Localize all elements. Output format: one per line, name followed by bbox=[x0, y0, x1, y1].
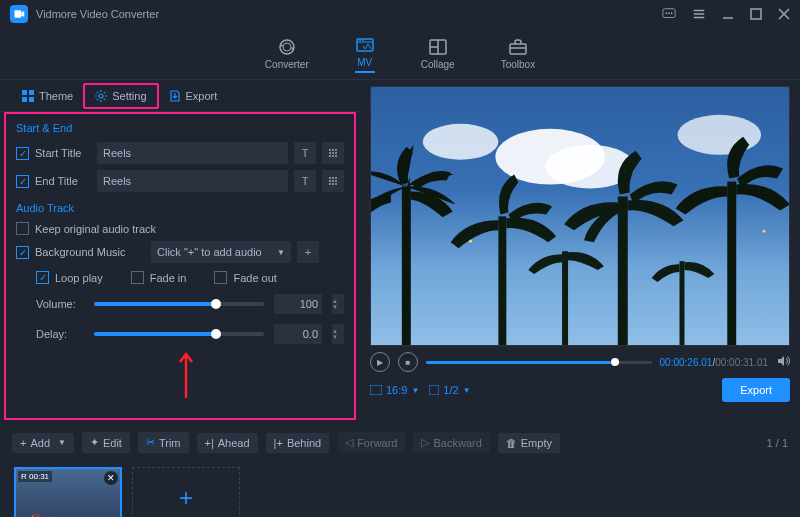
page-nav[interactable]: 1/2▼ bbox=[429, 384, 470, 396]
settings-tabs: Theme Setting Export bbox=[0, 80, 360, 112]
svg-rect-13 bbox=[29, 90, 34, 95]
volume-value[interactable]: 100 bbox=[274, 294, 322, 314]
svg-point-2 bbox=[666, 12, 668, 14]
volume-icon[interactable] bbox=[776, 354, 790, 370]
start-title-grid-button[interactable] bbox=[322, 142, 344, 164]
svg-point-31 bbox=[335, 180, 337, 182]
menu-icon[interactable] bbox=[692, 7, 706, 21]
clip-duration: R 00:31 bbox=[18, 471, 52, 482]
keep-original-checkbox[interactable] bbox=[16, 222, 29, 235]
start-title-checkbox[interactable] bbox=[16, 147, 29, 160]
end-title-checkbox[interactable] bbox=[16, 175, 29, 188]
svg-point-9 bbox=[362, 39, 364, 41]
tab-setting[interactable]: Setting bbox=[83, 83, 158, 109]
titlebar: Vidmore Video Converter bbox=[0, 0, 800, 28]
svg-rect-44 bbox=[680, 261, 685, 346]
svg-point-34 bbox=[335, 183, 337, 185]
behind-button[interactable]: |+Behind bbox=[266, 433, 330, 453]
svg-point-17 bbox=[329, 149, 331, 151]
volume-slider[interactable] bbox=[94, 302, 264, 306]
app-title: Vidmore Video Converter bbox=[36, 8, 662, 20]
topnav: Converter MV Collage Toolbox bbox=[0, 28, 800, 80]
svg-point-26 bbox=[329, 177, 331, 179]
delay-value[interactable]: 0.0 bbox=[274, 324, 322, 344]
svg-point-32 bbox=[329, 183, 331, 185]
aspect-ratio-toggle[interactable]: 16:9▼ bbox=[370, 384, 419, 396]
svg-point-46 bbox=[763, 230, 766, 233]
svg-point-4 bbox=[671, 12, 673, 14]
svg-rect-11 bbox=[510, 44, 526, 54]
feedback-icon[interactable] bbox=[662, 7, 676, 21]
fadeout-checkbox[interactable] bbox=[214, 271, 227, 284]
volume-spinner[interactable]: ▲▼ bbox=[332, 294, 344, 314]
bg-music-label: Background Music bbox=[35, 246, 145, 258]
svg-point-37 bbox=[423, 124, 499, 160]
topnav-converter[interactable]: Converter bbox=[265, 38, 309, 70]
clip-thumbnail[interactable]: R 00:31 ✕ ▶ 🔇 ★ ✂ bbox=[14, 467, 122, 517]
add-clip-slot[interactable]: + bbox=[132, 467, 240, 517]
ahead-button[interactable]: +|Ahead bbox=[197, 433, 258, 453]
svg-point-3 bbox=[668, 12, 670, 14]
svg-point-18 bbox=[332, 149, 334, 151]
add-audio-button[interactable]: + bbox=[297, 241, 319, 263]
svg-point-20 bbox=[329, 152, 331, 154]
bg-music-dropdown[interactable]: Click "+" to add audio ▼ bbox=[151, 241, 291, 263]
svg-point-29 bbox=[329, 180, 331, 182]
progress-bar[interactable] bbox=[426, 361, 652, 364]
svg-rect-41 bbox=[618, 196, 628, 345]
loop-checkbox[interactable] bbox=[36, 271, 49, 284]
bg-music-checkbox[interactable] bbox=[16, 246, 29, 259]
clip-remove-button[interactable]: ✕ bbox=[104, 471, 118, 485]
start-title-text-style-button[interactable]: T bbox=[294, 142, 316, 164]
timeline: R 00:31 ✕ ▶ 🔇 ★ ✂ + bbox=[0, 459, 800, 517]
export-button[interactable]: Export bbox=[722, 378, 790, 402]
video-preview bbox=[370, 86, 790, 346]
maximize-icon[interactable] bbox=[750, 8, 762, 20]
svg-point-27 bbox=[332, 177, 334, 179]
end-title-text-style-button[interactable]: T bbox=[294, 170, 316, 192]
bottom-toolbar: +Add▼ ✦Edit ✂Trim +|Ahead |+Behind ◁Forw… bbox=[0, 426, 800, 459]
backward-button[interactable]: ▷Backward bbox=[413, 432, 489, 453]
svg-point-38 bbox=[678, 115, 762, 155]
svg-point-23 bbox=[329, 155, 331, 157]
stop-button[interactable]: ■ bbox=[398, 352, 418, 372]
svg-rect-43 bbox=[562, 251, 568, 346]
topnav-toolbox[interactable]: Toolbox bbox=[501, 38, 535, 70]
tab-export[interactable]: Export bbox=[159, 85, 228, 107]
topnav-mv[interactable]: MV bbox=[355, 36, 375, 73]
svg-rect-47 bbox=[370, 385, 382, 395]
export-icon bbox=[169, 90, 181, 102]
app-logo-icon bbox=[10, 5, 28, 23]
section-start-end: Start & End bbox=[16, 122, 344, 134]
svg-point-30 bbox=[332, 180, 334, 182]
volume-label: Volume: bbox=[36, 298, 84, 310]
delay-label: Delay: bbox=[36, 328, 84, 340]
end-title-input[interactable] bbox=[97, 170, 288, 192]
play-button[interactable]: ▶ bbox=[370, 352, 390, 372]
section-audio-track: Audio Track bbox=[16, 202, 344, 214]
delay-slider[interactable] bbox=[94, 332, 264, 336]
svg-point-21 bbox=[332, 152, 334, 154]
add-button[interactable]: +Add▼ bbox=[12, 433, 74, 453]
delay-spinner[interactable]: ▲▼ bbox=[332, 324, 344, 344]
edit-button[interactable]: ✦Edit bbox=[82, 432, 130, 453]
svg-point-28 bbox=[335, 177, 337, 179]
mv-icon bbox=[355, 36, 375, 54]
start-title-input[interactable] bbox=[97, 142, 288, 164]
topnav-collage[interactable]: Collage bbox=[421, 38, 455, 70]
svg-rect-39 bbox=[402, 187, 411, 346]
minimize-icon[interactable] bbox=[722, 8, 734, 20]
collage-icon bbox=[428, 38, 448, 56]
trim-button[interactable]: ✂Trim bbox=[138, 432, 189, 453]
converter-icon bbox=[277, 38, 297, 56]
svg-rect-0 bbox=[15, 10, 22, 18]
tab-theme[interactable]: Theme bbox=[12, 85, 83, 107]
svg-point-22 bbox=[335, 152, 337, 154]
close-icon[interactable] bbox=[778, 8, 790, 20]
page-count: 1 / 1 bbox=[767, 437, 788, 449]
forward-button[interactable]: ◁Forward bbox=[337, 432, 405, 453]
fadein-checkbox[interactable] bbox=[131, 271, 144, 284]
end-title-grid-button[interactable] bbox=[322, 170, 344, 192]
empty-button[interactable]: 🗑Empty bbox=[498, 433, 560, 453]
scissors-icon: ✂ bbox=[146, 436, 155, 449]
